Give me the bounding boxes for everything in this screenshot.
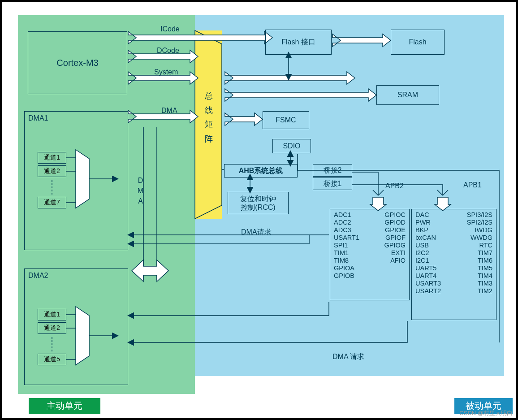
dma2-channel-5: 通道5 [38, 354, 66, 365]
sram-box: SRAM [376, 85, 439, 105]
dma-vertical-label: DMA [136, 177, 144, 208]
icode-label: ICode [160, 25, 180, 33]
dcode-label: DCode [157, 47, 179, 55]
dma2-label: DMA2 [28, 272, 48, 280]
system-label: System [154, 68, 178, 76]
flash-interface-box: Flash 接口 [265, 30, 332, 55]
dma-request-2-label: DMA 请求 [332, 352, 364, 362]
dma-label: DMA [161, 107, 177, 115]
watermark-text: CSDN @村里大明白 [459, 409, 513, 417]
diagram-canvas: Cortex-M3 DMA1 通道1 通道2 通道7 DMA2 通道1 通道2 … [0, 0, 518, 420]
dma1-channel-1: 通道1 [38, 152, 66, 164]
apb2-label: APB2 [385, 182, 404, 190]
bridge2-box: 桥接2 [313, 164, 352, 177]
apb2-col2: GPIOCGPIODGPIOEGPIOFGPIOGEXTIAFIO [384, 211, 406, 264]
apb1-label: APB1 [463, 181, 482, 189]
dma1-channel-2: 通道2 [38, 165, 66, 177]
dma1-channel-7: 通道7 [38, 197, 66, 208]
apb2-col1: ADC1ADC2ADC3USART1SPI1TIM1TIM8GPIOAGPIOB [334, 211, 359, 279]
bridge1-box: 桥接1 [313, 178, 352, 190]
apb1-col2: SPI3/I2SSPI2/I2SIWDGWWDGRTCTIM7TIM6TIM5T… [467, 211, 492, 294]
cortex-m3-box: Cortex-M3 [28, 31, 127, 94]
dma2-channel-1: 通道1 [38, 309, 66, 320]
ahb-bus-box: AHB系统总线 [224, 164, 298, 178]
fsmc-box: FSMC [263, 111, 309, 129]
flash-box: Flash [391, 30, 445, 55]
apb1-peripheral-box: DACPWRBKPbxCANUSBI2C2I2C1UART5UART4USART… [411, 209, 496, 320]
dma2-channel-2: 通道2 [38, 322, 66, 334]
active-unit-label: 主动单元 [29, 398, 100, 414]
apb1-col1: DACPWRBKPbxCANUSBI2C2I2C1UART5UART4USART… [415, 211, 441, 294]
dma1-box: DMA1 [24, 111, 128, 250]
bus-matrix-label: 总 线 矩 阵 [203, 85, 214, 131]
sdio-box: SDIO [272, 139, 311, 153]
dma1-label: DMA1 [28, 114, 48, 122]
apb2-peripheral-box: ADC1ADC2ADC3USART1SPI1TIM1TIM8GPIOAGPIOB… [330, 209, 410, 300]
rcc-box: 复位和时钟 控制(RCC) [228, 192, 289, 214]
dma-request-1-label: DMA请求 [241, 228, 272, 237]
